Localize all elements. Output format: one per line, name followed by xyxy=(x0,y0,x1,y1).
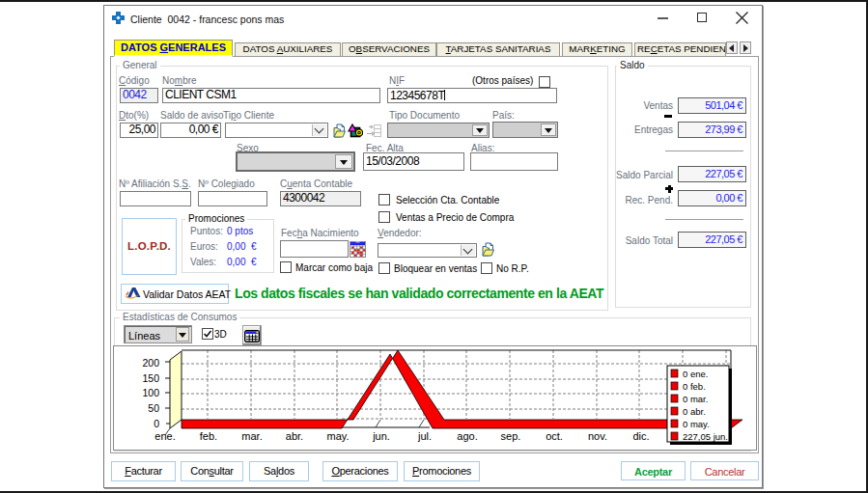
svg-text:sep.: sep. xyxy=(501,430,521,442)
svg-text:abr.: abr. xyxy=(286,430,303,442)
svg-text:50: 50 xyxy=(148,402,159,414)
svg-text:jun.: jun. xyxy=(372,430,390,442)
svg-text:150: 150 xyxy=(142,372,159,384)
svg-text:0: 0 xyxy=(154,418,159,429)
svg-text:oct.: oct. xyxy=(546,430,563,442)
svg-text:100: 100 xyxy=(142,387,159,398)
svg-text:200: 200 xyxy=(142,357,159,369)
svg-text:0 ene.: 0 ene. xyxy=(683,369,708,379)
svg-text:may.: may. xyxy=(326,430,349,442)
svg-text:0 abr.: 0 abr. xyxy=(683,406,706,417)
svg-text:ene.: ene. xyxy=(154,430,175,442)
svg-text:dic.: dic. xyxy=(632,430,649,442)
svg-text:mar.: mar. xyxy=(241,430,262,442)
svg-text:0 feb.: 0 feb. xyxy=(683,381,706,392)
svg-text:ago.: ago. xyxy=(457,430,477,442)
svg-text:feb.: feb. xyxy=(200,430,217,442)
svg-text:nov.: nov. xyxy=(588,430,607,442)
svg-text:227,05 jun.: 227,05 jun. xyxy=(683,431,728,442)
svg-text:0 may.: 0 may. xyxy=(683,419,710,429)
svg-text:0 mar.: 0 mar. xyxy=(683,394,708,404)
svg-text:jul.: jul. xyxy=(417,430,432,442)
